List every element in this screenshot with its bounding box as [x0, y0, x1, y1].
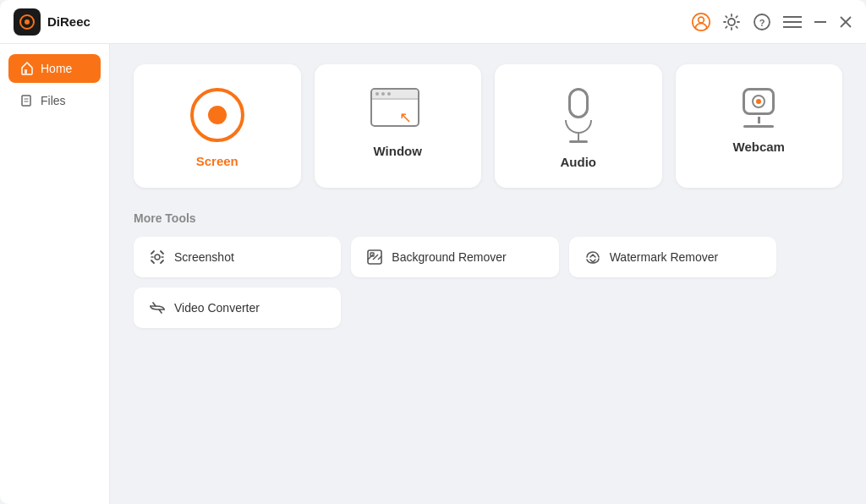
sidebar-item-files[interactable]: Files — [8, 86, 101, 115]
sidebar-home-label: Home — [41, 62, 72, 75]
sidebar-item-home[interactable]: Home — [8, 54, 101, 83]
window-record-icon: ↖ — [370, 88, 425, 132]
screenshot-icon — [149, 249, 166, 266]
background-remover-icon — [366, 249, 383, 266]
menu-icon[interactable] — [783, 13, 802, 31]
mode-card-audio[interactable]: Audio — [495, 64, 662, 188]
content-area: Screen ↖ Window — [110, 44, 866, 504]
app-title: DiReec — [47, 14, 692, 29]
svg-rect-11 — [25, 69, 27, 74]
mode-card-webcam[interactable]: Webcam — [676, 64, 843, 188]
svg-point-2 — [728, 19, 735, 25]
screen-record-icon — [190, 88, 244, 142]
background-remover-label: Background Remover — [392, 250, 506, 264]
files-icon — [20, 94, 34, 107]
audio-record-icon — [565, 88, 592, 143]
tools-grid: Screenshot Background Remover — [134, 237, 776, 328]
home-icon — [20, 62, 34, 75]
screen-label: Screen — [196, 154, 238, 168]
profile-icon[interactable] — [692, 13, 710, 31]
svg-point-15 — [155, 255, 160, 260]
more-tools-label: More Tools — [134, 211, 842, 225]
video-converter-label: Video Converter — [174, 301, 260, 315]
screenshot-label: Screenshot — [174, 250, 234, 264]
audio-label: Audio — [561, 155, 597, 169]
close-button[interactable] — [839, 15, 852, 29]
webcam-record-icon — [743, 88, 775, 128]
titlebar: DiReec ? — [0, 0, 866, 44]
app-logo-icon — [14, 8, 41, 36]
video-converter-icon — [149, 299, 166, 316]
tool-watermark-remover[interactable]: Watermark Remover — [569, 237, 776, 277]
mode-card-screen[interactable]: Screen — [134, 64, 301, 188]
watermark-remover-icon — [584, 249, 601, 266]
minimize-button[interactable] — [814, 15, 827, 29]
titlebar-controls: ? — [692, 13, 852, 31]
main-layout: Home Files Screen — [0, 44, 866, 504]
tool-video-converter[interactable]: Video Converter — [134, 288, 341, 328]
window-label: Window — [374, 144, 422, 158]
sidebar: Home Files — [0, 44, 110, 504]
mode-cards: Screen ↖ Window — [134, 64, 842, 188]
settings-icon[interactable] — [722, 13, 741, 31]
svg-point-1 — [699, 17, 704, 23]
svg-rect-12 — [22, 96, 30, 106]
tool-screenshot[interactable]: Screenshot — [134, 237, 341, 277]
watermark-remover-label: Watermark Remover — [610, 250, 719, 264]
more-tools-section: More Tools Screenshot — [134, 211, 842, 328]
svg-text:?: ? — [759, 17, 765, 27]
mode-card-window[interactable]: ↖ Window — [315, 64, 482, 188]
help-icon[interactable]: ? — [753, 13, 771, 31]
tool-background-remover[interactable]: Background Remover — [351, 237, 558, 277]
webcam-label: Webcam — [733, 140, 785, 154]
sidebar-files-label: Files — [41, 94, 66, 107]
